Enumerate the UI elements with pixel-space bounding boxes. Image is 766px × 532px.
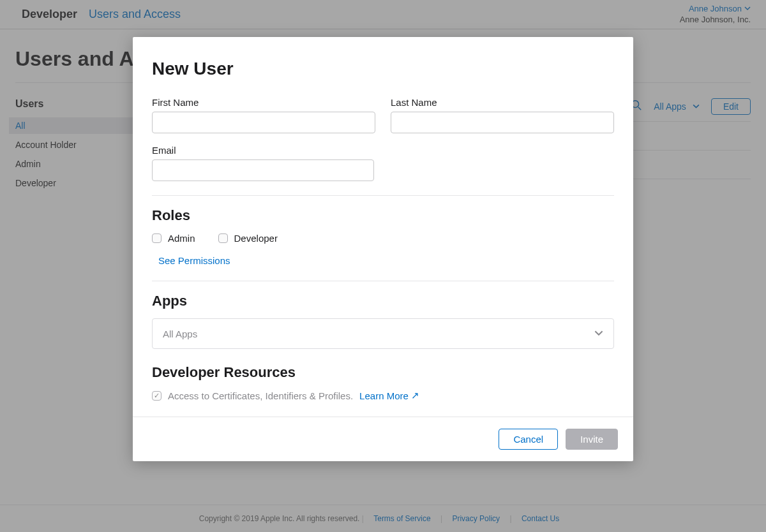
apps-heading: Apps: [152, 293, 614, 309]
first-name-input[interactable]: [152, 112, 375, 133]
last-name-label: Last Name: [391, 97, 614, 108]
learn-more-link[interactable]: Learn More ↗: [359, 390, 419, 401]
divider: [152, 281, 614, 281]
devres-checkbox[interactable]: [152, 391, 161, 401]
apps-select[interactable]: All Apps: [152, 318, 614, 349]
first-name-label: First Name: [152, 97, 375, 108]
email-input[interactable]: [152, 159, 374, 181]
devres-text: Access to Certificates, Identifiers & Pr…: [168, 390, 353, 401]
email-label: Email: [152, 145, 614, 156]
role-admin-option[interactable]: Admin: [152, 233, 195, 244]
divider: [152, 195, 614, 196]
role-admin-label: Admin: [168, 233, 195, 244]
modal-footer: Cancel Invite: [133, 417, 633, 461]
devres-row: Access to Certificates, Identifiers & Pr…: [152, 390, 614, 401]
see-permissions-link[interactable]: See Permissions: [158, 255, 230, 266]
external-link-icon: ↗: [411, 390, 419, 401]
roles-row: Admin Developer: [152, 233, 614, 244]
apps-select-placeholder: All Apps: [163, 329, 197, 339]
cancel-button[interactable]: Cancel: [499, 429, 558, 450]
roles-heading: Roles: [152, 207, 614, 224]
last-name-input[interactable]: [391, 112, 614, 133]
devres-heading: Developer Resources: [152, 364, 614, 381]
learn-more-label: Learn More: [359, 390, 409, 401]
role-developer-option[interactable]: Developer: [218, 233, 278, 244]
role-developer-label: Developer: [234, 233, 278, 244]
new-user-modal: New User First Name Last Name Email Role…: [133, 37, 633, 461]
invite-button[interactable]: Invite: [566, 429, 618, 450]
checkbox-icon: [152, 233, 161, 243]
checkbox-icon: [218, 233, 228, 243]
modal-title: New User: [152, 59, 614, 79]
chevron-down-icon: [594, 329, 603, 339]
modal-overlay: New User First Name Last Name Email Role…: [0, 0, 766, 532]
